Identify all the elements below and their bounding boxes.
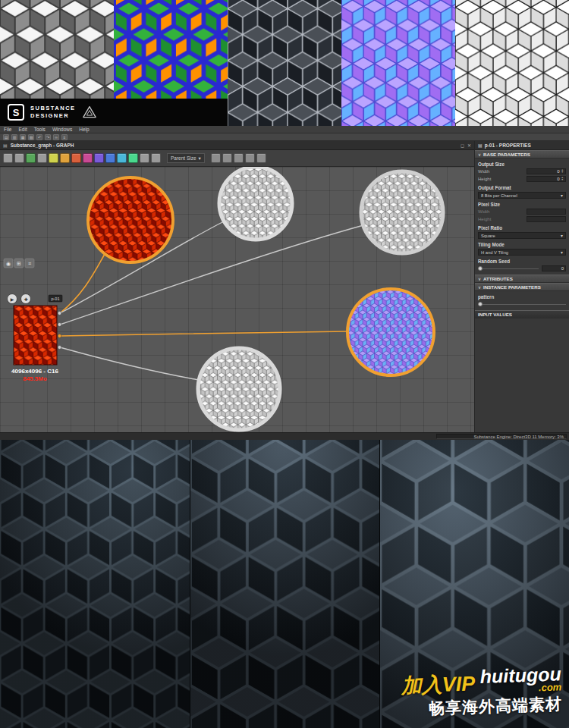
preview-node-light-right[interactable] [361, 171, 443, 253]
node-output-connector[interactable] [58, 346, 61, 350]
graph-canvas[interactable]: ▶ ✚ p-01 4096x4096 - C16 845.5Mo [0, 167, 474, 440]
curve-node-icon[interactable] [94, 153, 104, 163]
properties-icon: ▤ [478, 143, 483, 148]
section-base-parameters[interactable]: ∨ BASE PARAMETERS [475, 150, 569, 158]
open-icon[interactable]: ▥ [11, 134, 17, 140]
node-output-connector[interactable] [58, 323, 61, 327]
select-tool-icon[interactable] [3, 153, 13, 163]
slider-knob[interactable] [478, 266, 483, 271]
canvas-overlay-buttons: ◉ ⊞ ≡ [4, 259, 34, 268]
output-height-value: 0 [557, 177, 559, 181]
stepper-icon[interactable]: ▲▼ [561, 177, 564, 182]
menu-item[interactable]: Help [79, 127, 89, 132]
node-expose-button[interactable]: ✚ [21, 294, 31, 304]
pixel-ratio-value: Square [481, 234, 495, 238]
node-size-label: 4096x4096 - C16 [11, 368, 58, 375]
preview-icon[interactable] [245, 153, 255, 163]
link-icon[interactable]: ∞ [53, 134, 59, 140]
section-input-values[interactable]: INPUT VALUES [475, 310, 569, 318]
preview-node-red[interactable] [88, 177, 173, 262]
grid-icon[interactable] [222, 153, 232, 163]
menu-item[interactable]: Tools [34, 127, 46, 132]
watermark-join-vip: 加入VIP [401, 673, 475, 696]
pan-tool-icon[interactable] [14, 153, 24, 163]
random-seed-slider[interactable]: 0 [478, 265, 566, 271]
parent-size-dropdown[interactable]: Parent Size ▾ [167, 153, 205, 163]
section-instance-parameters[interactable]: ∨ INSTANCE PARAMETERS [475, 283, 569, 291]
zoom-fit-icon[interactable] [234, 153, 244, 163]
node-preview-button[interactable]: ▶ [8, 294, 17, 304]
section-attributes[interactable]: ∨ ATTRIBUTES [475, 275, 569, 283]
snap-icon[interactable] [211, 153, 221, 163]
watermark: 加入VIP huitugou .com 畅享海外高端素材 [400, 665, 562, 720]
input-node-icon[interactable] [151, 153, 161, 163]
node-output-connector[interactable] [58, 334, 61, 338]
preview-node-light-bottom[interactable] [198, 348, 280, 430]
normal-node-icon[interactable] [128, 153, 138, 163]
slider-knob[interactable] [478, 302, 483, 306]
main-toolbar: ▤▥▦▧↶↷∞≡ [0, 133, 569, 141]
brand-bar: S SUBSTANCE DESIGNER [0, 99, 228, 126]
menu-item[interactable]: File [4, 127, 11, 132]
stepper-icon[interactable]: ▲▼ [561, 169, 564, 174]
uniform-color-icon[interactable] [49, 153, 58, 163]
width-label: Width [478, 169, 489, 174]
chevron-down-icon: ▾ [561, 193, 563, 198]
engine-status-text: Substance Engine: Direct3D 11 Memory: 3% [473, 435, 564, 439]
output-format-dropdown[interactable]: 8 Bits per Channel ▾ [478, 192, 566, 199]
save-icon[interactable]: ▦ [20, 134, 26, 140]
undo-icon[interactable]: ↶ [36, 134, 42, 140]
render-preview-2 [190, 440, 379, 728]
transform-node-icon[interactable] [117, 153, 127, 163]
chevron-down-icon: ▾ [561, 250, 563, 255]
close-icon[interactable]: ✕ [467, 143, 471, 148]
swatch-normal-map-pattern [341, 0, 455, 126]
wire-to-purple-node [60, 331, 347, 336]
wire-to-bottom-node [60, 347, 199, 380]
swatch-colored-pattern [114, 0, 228, 99]
allegorithmic-logo-icon [82, 105, 97, 119]
pattern-fill [114, 0, 228, 99]
parent-size-label: Parent Size [171, 155, 196, 161]
chevron-down-icon: ∨ [478, 285, 481, 290]
settings-icon[interactable] [256, 153, 266, 163]
pattern-fill [0, 0, 114, 99]
atomic-node-icon[interactable] [26, 153, 36, 163]
menu-item[interactable]: Edit [18, 127, 27, 132]
graph-tab-bar: ▤ Substance_graph - GRAPH ◻ ✕ [0, 141, 474, 150]
pixel-ratio-dropdown[interactable]: Square ▾ [478, 232, 566, 239]
comment-icon[interactable] [37, 153, 47, 163]
pattern-slider[interactable] [478, 301, 566, 307]
levels-node-icon[interactable] [71, 153, 81, 163]
brand-title: SUBSTANCE DESIGNER [30, 105, 76, 120]
save-all-icon[interactable]: ▧ [28, 134, 34, 140]
graph-tab-title[interactable]: Substance_graph - GRAPH [11, 143, 74, 148]
node-title-chip: p-01 [49, 295, 62, 302]
preferences-icon[interactable]: ≡ [61, 134, 68, 140]
menu-item[interactable]: Windows [52, 127, 72, 132]
status-groove: Substance Engine: Direct3D 11 Memory: 3% [436, 434, 567, 439]
gradient-node-icon[interactable] [83, 153, 93, 163]
noise-node-icon[interactable] [105, 153, 115, 163]
status-bar: Substance Engine: Direct3D 11 Memory: 3% [0, 432, 569, 440]
output-width-input[interactable]: 0 ▲▼ [527, 168, 566, 174]
package-node[interactable] [14, 306, 61, 365]
tiling-mode-label: Tiling Mode [478, 242, 566, 247]
random-seed-input[interactable]: 0 [542, 265, 566, 271]
redo-icon[interactable]: ↷ [45, 134, 51, 140]
preview-node-normal-map[interactable] [347, 289, 434, 375]
node-output-connector[interactable] [58, 312, 61, 315]
pattern-fill [190, 440, 379, 728]
output-node-icon[interactable] [140, 153, 149, 163]
properties-panel: ▤ p-01 - PROPERTIES ∨ BASE PARAMETERS Ou… [474, 141, 569, 440]
blend-node-icon[interactable] [60, 153, 70, 163]
preview-node-light-top[interactable] [219, 167, 292, 240]
svg-text:✚: ✚ [24, 297, 27, 302]
new-package-icon[interactable]: ▤ [3, 134, 9, 140]
pixel-width-input [527, 209, 566, 215]
tiling-mode-dropdown[interactable]: H and V Tiling ▾ [478, 249, 566, 256]
float-panel-icon[interactable]: ◻ [461, 143, 464, 148]
pixel-width-label: Width [478, 209, 489, 214]
substance-logo-icon: S [8, 104, 24, 121]
output-height-input[interactable]: 0 ▲▼ [527, 176, 566, 182]
